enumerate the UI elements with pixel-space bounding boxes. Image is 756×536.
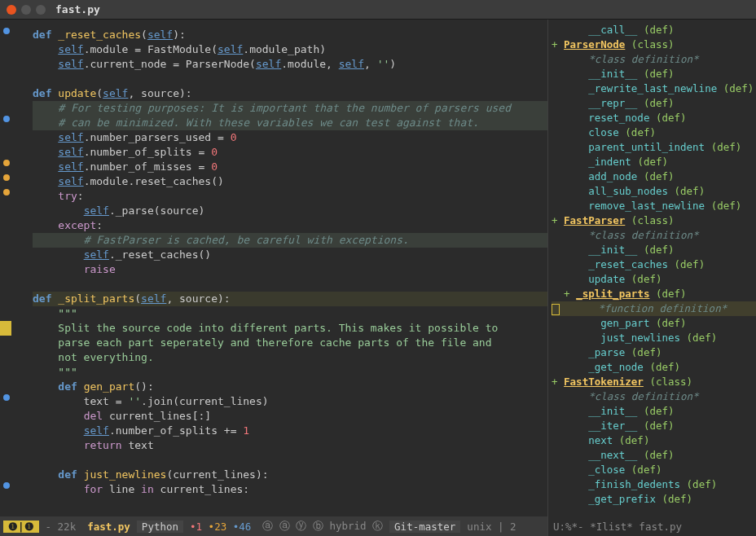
- gutter-mark[interactable]: [3, 174, 10, 181]
- code-line[interactable]: self.module = FastModule(self.module_pat…: [33, 42, 547, 57]
- code-line[interactable]: self.module.reset_caches(): [33, 174, 547, 189]
- imenu-item[interactable]: *class definition*: [552, 52, 756, 67]
- code-line[interactable]: for line in current_lines:: [33, 482, 547, 497]
- imenu-item[interactable]: all_sub_nodes (def): [552, 184, 756, 199]
- modeline: ❶|❶ - 22k fast.py Python •1 •23 •46 ⓐ ⓐ …: [0, 516, 756, 536]
- code-line[interactable]: self._parse(source): [33, 204, 547, 218]
- titlebar: fast.py: [0, 0, 756, 20]
- code-line[interactable]: def _reset_caches(self):: [33, 28, 547, 42]
- code-line[interactable]: def _split_parts(self, source):: [33, 292, 547, 306]
- imenu-item[interactable]: + _split_parts (def): [552, 287, 756, 301]
- gutter[interactable]: [0, 20, 15, 516]
- imenu-item[interactable]: __next__ (def): [552, 448, 756, 463]
- code-line[interactable]: def just_newlines(current_lines):: [33, 468, 547, 482]
- imenu-item[interactable]: _rewrite_last_newline (def): [552, 81, 756, 96]
- imenu-item[interactable]: next (def): [552, 433, 756, 448]
- imenu-item[interactable]: update (def): [552, 272, 756, 287]
- ml-flag: ❶|❶: [3, 521, 39, 533]
- imenu-item[interactable]: _parse (def): [552, 345, 756, 360]
- imenu-item[interactable]: _close (def): [552, 463, 756, 477]
- imenu-item[interactable]: __call__ (def): [552, 23, 756, 37]
- ml-pos: - 22k: [41, 521, 81, 533]
- main-area: def _reset_caches(self): self.module = F…: [0, 20, 756, 516]
- code-line[interactable]: except:: [33, 218, 547, 233]
- imenu-item[interactable]: _get_prefix (def): [552, 492, 756, 507]
- code-line[interactable]: Split the source code into different par…: [33, 321, 547, 336]
- imenu-item[interactable]: just_newlines (def): [552, 331, 756, 345]
- code-line[interactable]: self._reset_caches(): [33, 248, 547, 262]
- code-line[interactable]: [33, 277, 547, 292]
- code-editor[interactable]: def _reset_caches(self): self.module = F…: [0, 20, 547, 516]
- imenu-item[interactable]: __init__ (def): [552, 404, 756, 419]
- gutter-mark[interactable]: [3, 482, 10, 489]
- ml-flycheck: •1 •23 •46: [185, 521, 256, 533]
- imenu-item[interactable]: _get_node (def): [552, 360, 756, 375]
- imenu-item[interactable]: *function definition*: [552, 301, 756, 316]
- code-line[interactable]: [33, 453, 547, 468]
- code-line[interactable]: # FastParser is cached, be careful with …: [33, 233, 547, 248]
- imenu-item[interactable]: __init__ (def): [552, 67, 756, 81]
- imenu-item[interactable]: + ParserNode (class): [552, 37, 756, 52]
- gutter-mark[interactable]: [3, 160, 10, 166]
- cursor-box-icon: [552, 304, 560, 315]
- ml-minor: ⓐ ⓐ ⓨ ⓑ hybrid ⓚ: [257, 520, 388, 534]
- code-line[interactable]: def update(self, source):: [33, 86, 547, 101]
- code-line[interactable]: parse each part seperately and therefore…: [33, 336, 547, 350]
- imenu-item[interactable]: remove_last_newline (def): [552, 199, 756, 213]
- imenu-item[interactable]: __init__ (def): [552, 243, 756, 257]
- code-line[interactable]: # For testing purposes: It is important …: [33, 101, 547, 116]
- code-line[interactable]: def gen_part():: [33, 380, 547, 394]
- code-line[interactable]: [33, 72, 547, 86]
- gutter-mark[interactable]: [3, 189, 10, 196]
- maximize-icon[interactable]: [36, 5, 46, 15]
- ml-file[interactable]: fast.py: [82, 521, 135, 533]
- code-line[interactable]: """: [33, 306, 547, 321]
- close-icon[interactable]: [7, 5, 16, 15]
- imenu-item[interactable]: gen_part (def): [552, 316, 756, 331]
- code-line[interactable]: self.number_parsers_used = 0: [33, 130, 547, 145]
- code-line[interactable]: del current_lines[:]: [33, 409, 547, 424]
- code-line[interactable]: self.number_of_splits += 1: [33, 424, 547, 438]
- imenu-sidebar[interactable]: __call__ (def)+ ParserNode (class) *clas…: [547, 20, 756, 516]
- gutter-mark[interactable]: [3, 116, 10, 122]
- gutter-mark[interactable]: [3, 28, 10, 34]
- ml-enc: unix | 2: [462, 521, 521, 533]
- code-line[interactable]: try:: [33, 189, 547, 204]
- ml-mode[interactable]: Python: [137, 521, 183, 533]
- code-line[interactable]: # can be minimized. With these variables…: [33, 116, 547, 130]
- imenu-item[interactable]: close (def): [552, 125, 756, 140]
- imenu-item[interactable]: *class definition*: [552, 228, 756, 243]
- code-line[interactable]: self.number_of_splits = 0: [33, 145, 547, 160]
- modeline-right: U:%*- *Ilist* fast.py: [547, 516, 756, 536]
- modeline-left: ❶|❶ - 22k fast.py Python •1 •23 •46 ⓐ ⓐ …: [0, 516, 547, 536]
- imenu-item[interactable]: parent_until_indent (def): [552, 140, 756, 155]
- cursor-indicator: [0, 321, 11, 336]
- imenu-item[interactable]: + FastParser (class): [552, 213, 756, 228]
- code-line[interactable]: raise: [33, 262, 547, 277]
- imenu-item[interactable]: *class definition*: [552, 389, 756, 404]
- imenu-item[interactable]: __iter__ (def): [552, 419, 756, 433]
- code-line[interactable]: return text: [33, 438, 547, 453]
- imenu-item[interactable]: + FastTokenizer (class): [552, 375, 756, 389]
- imenu-item[interactable]: _finish_dedents (def): [552, 477, 756, 492]
- gutter-mark[interactable]: [3, 394, 10, 401]
- code-body[interactable]: def _reset_caches(self): self.module = F…: [15, 20, 547, 497]
- code-line[interactable]: """: [33, 365, 547, 380]
- imenu-item[interactable]: reset_node (def): [552, 111, 756, 125]
- window-title: fast.py: [55, 3, 100, 15]
- code-line[interactable]: text = ''.join(current_lines): [33, 394, 547, 409]
- imenu-item[interactable]: add_node (def): [552, 169, 756, 184]
- minimize-icon[interactable]: [21, 5, 31, 15]
- imenu-item[interactable]: _reset_caches (def): [552, 257, 756, 272]
- code-line[interactable]: self.current_node = ParserNode(self.modu…: [33, 57, 547, 72]
- imenu-item[interactable]: _indent (def): [552, 155, 756, 169]
- ml-vcs: Git-master: [389, 521, 460, 533]
- code-line[interactable]: not everything.: [33, 350, 547, 365]
- imenu-item[interactable]: __repr__ (def): [552, 96, 756, 111]
- window-buttons: [7, 5, 46, 15]
- code-line[interactable]: self.number_of_misses = 0: [33, 160, 547, 174]
